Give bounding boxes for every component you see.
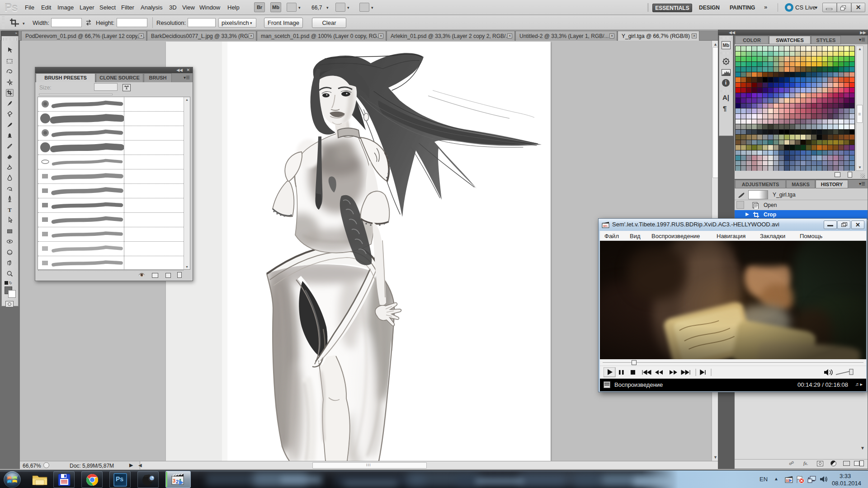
svg-text:321: 321 [603, 225, 608, 227]
svg-text:3: 3 [173, 478, 175, 483]
svg-text:T: T [8, 206, 12, 213]
svg-text:2: 2 [176, 479, 179, 484]
